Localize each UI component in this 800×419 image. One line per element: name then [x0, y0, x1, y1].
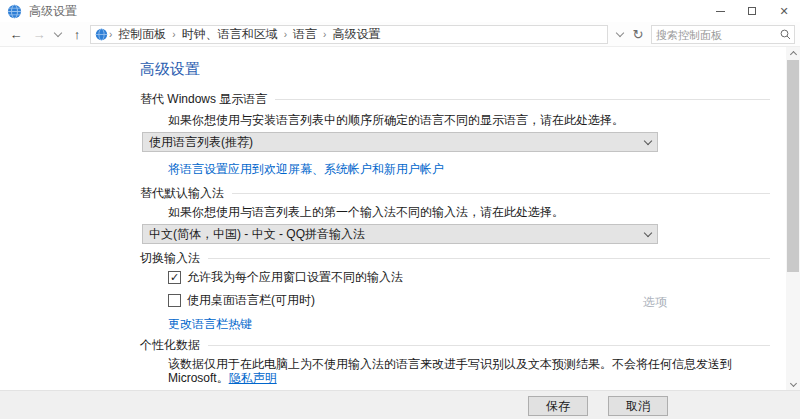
apply-to-welcome-screen-link[interactable]: 将语言设置应用到欢迎屏幕、系统帐户和新用户帐户 [168, 162, 444, 176]
breadcrumb-advanced-settings[interactable]: 高级设置 [327, 26, 385, 43]
allow-per-window-label[interactable]: 允许我为每个应用窗口设置不同的输入法 [187, 269, 403, 286]
section-header: 切换输入法 [140, 250, 200, 267]
chevron-down-icon [644, 136, 652, 144]
refresh-button[interactable]: ↻ [628, 25, 648, 44]
default-input-description: 如果你想使用与语言列表上的第一个输入法不同的输入法，请在此处选择。 [168, 205, 770, 219]
close-icon: ✕ [779, 6, 788, 17]
search-icon[interactable] [776, 29, 794, 40]
cancel-button[interactable]: 取消 [608, 396, 668, 416]
control-panel-window: 高级设置 ✕ ← → ↑ › 控制面板 › 时钟、语言和区域 › 语言 › 高级… [0, 0, 800, 419]
breadcrumb-control-panel[interactable]: 控制面板 [113, 26, 171, 43]
section-header: 替代默认输入法 [140, 185, 224, 202]
save-button[interactable]: 保存 [528, 396, 588, 416]
minimize-button[interactable] [704, 0, 736, 22]
display-language-description: 如果你想使用与安装语言列表中的顺序所确定的语言不同的显示语言，请在此处选择。 [168, 113, 770, 127]
change-language-bar-hotkeys-link[interactable]: 更改语言栏热键 [168, 317, 252, 331]
scrollbar-thumb[interactable] [787, 60, 799, 272]
vertical-scrollbar[interactable] [786, 47, 800, 390]
back-button[interactable]: ← [4, 22, 28, 47]
privacy-statement-link[interactable]: 隐私声明 [229, 371, 277, 385]
address-bar[interactable]: › 控制面板 › 时钟、语言和区域 › 语言 › 高级设置 [90, 25, 608, 44]
section-switch-input-methods: 切换输入法 [140, 251, 770, 265]
scroll-up-button[interactable] [786, 47, 800, 59]
breadcrumb-app-icon [95, 28, 108, 41]
chevron-down-icon [644, 228, 652, 236]
desktop-language-bar-label[interactable]: 使用桌面语言栏(可用时) [187, 292, 315, 309]
recent-locations-chevron-icon[interactable] [50, 22, 66, 47]
minimize-icon [716, 11, 725, 12]
title-bar: 高级设置 ✕ [0, 0, 800, 22]
personalization-description-line1: 该数据仅用于在此电脑上为不使用输入法的语言来改进手写识别以及文本预测结果。不会将… [168, 357, 770, 371]
section-divider [208, 345, 770, 346]
desktop-language-bar-row[interactable]: 使用桌面语言栏(可用时) 选项 [168, 293, 770, 308]
options-link[interactable]: 选项 [643, 294, 667, 311]
personalization-description-line2: Microsoft。隐私声明 [168, 371, 770, 385]
up-button[interactable]: ↑ [66, 22, 88, 47]
window-title: 高级设置 [29, 3, 77, 20]
section-header: 替代 Windows 显示语言 [140, 91, 267, 108]
display-language-dropdown[interactable]: 使用语言列表(推荐) [142, 132, 658, 152]
chevron-up-icon [789, 50, 796, 57]
default-input-dropdown-value: 中文(简体，中国) - 中文 - QQ拼音输入法 [149, 226, 645, 243]
breadcrumb-clock-language-region[interactable]: 时钟、语言和区域 [177, 26, 283, 43]
section-override-default-input: 替代默认输入法 [140, 186, 770, 200]
section-override-display-language: 替代 Windows 显示语言 [140, 92, 770, 106]
section-divider [232, 193, 770, 194]
forward-button[interactable]: → [28, 22, 50, 47]
default-input-dropdown[interactable]: 中文(简体，中国) - 中文 - QQ拼音输入法 [142, 224, 658, 244]
navigation-toolbar: ← → ↑ › 控制面板 › 时钟、语言和区域 › 语言 › 高级设置 ↻ [0, 22, 800, 47]
maximize-icon [748, 7, 756, 15]
search-box [651, 25, 795, 44]
search-input[interactable] [652, 29, 776, 41]
language-settings-icon [7, 4, 22, 19]
section-divider [275, 99, 770, 100]
section-personalization-data: 个性化数据 [140, 338, 770, 352]
section-header: 个性化数据 [140, 337, 200, 354]
allow-per-window-checkbox[interactable]: ✓ [168, 271, 181, 284]
chevron-down-icon [789, 379, 796, 386]
desktop-language-bar-checkbox[interactable] [168, 294, 181, 307]
breadcrumb-language[interactable]: 语言 [288, 26, 322, 43]
maximize-button[interactable] [736, 0, 768, 22]
personalization-description-microsoft: Microsoft。 [168, 371, 229, 385]
display-language-dropdown-value: 使用语言列表(推荐) [149, 134, 645, 151]
section-divider [208, 258, 770, 259]
allow-per-window-input-row[interactable]: ✓ 允许我为每个应用窗口设置不同的输入法 [168, 270, 770, 285]
address-dropdown-chevron-icon[interactable] [612, 25, 628, 44]
close-button[interactable]: ✕ [768, 0, 800, 22]
footer-bar: 保存 取消 [0, 390, 800, 419]
scroll-down-button[interactable] [786, 378, 800, 390]
page-title: 高级设置 [140, 60, 770, 78]
settings-content: 高级设置 替代 Windows 显示语言 如果你想使用与安装语言列表中的顺序所确… [0, 47, 786, 390]
